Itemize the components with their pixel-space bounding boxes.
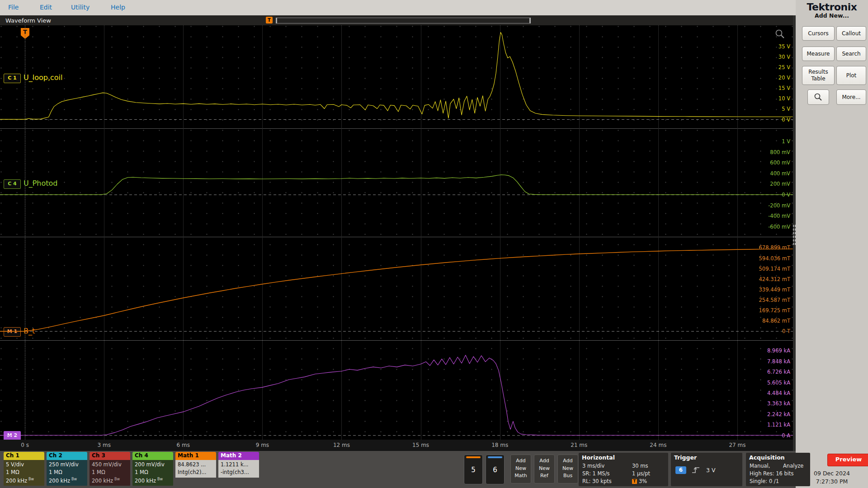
scale-label: 600 mV [770, 160, 790, 166]
scale-label: 10 V [778, 95, 790, 102]
badge-ch3-title: Ch 3 [90, 452, 130, 460]
trigger-panel[interactable]: Trigger 6 3 V [671, 453, 742, 486]
channel-5-button[interactable]: 5 [464, 455, 483, 484]
scale-label: 7.848 kA [767, 358, 790, 365]
scale-label: 15 V [778, 85, 790, 91]
tektronix-logo: Tektronix [796, 1, 868, 13]
more-button[interactable]: More... [836, 89, 866, 105]
add-new-ref-button[interactable]: Add New Ref [534, 455, 555, 483]
rising-edge-icon [691, 466, 702, 474]
scale-label: 678.899 mT [759, 244, 790, 251]
waveform-m2 [0, 341, 793, 440]
zoom-tool-button[interactable] [807, 89, 829, 105]
time-axis-label: 15 ms [412, 442, 429, 448]
plot-button[interactable]: Plot [836, 66, 866, 85]
bandwidth-icon: Bw [28, 477, 34, 481]
menu-file[interactable]: File [8, 4, 19, 11]
trigger-title: Trigger [674, 454, 697, 461]
preview-button[interactable]: Preview [827, 454, 868, 466]
badge-ch1[interactable]: Ch 1 5 V/div1 MΩ200 kHzBw [4, 452, 44, 486]
horizontal-window: 30 ms [632, 463, 648, 469]
add-new-math-button[interactable]: Add New Math [510, 455, 531, 483]
scale-label: 1.121 kA [767, 422, 790, 428]
scale-label: 25 V [778, 64, 790, 70]
scale-label: 84.862 mT [762, 318, 790, 324]
badge-ch2[interactable]: Ch 2 250 mV/div1 MΩ200 kHzBw [47, 452, 87, 486]
trigger-level: 3 V [706, 467, 715, 474]
scale-label: 5 V [782, 106, 790, 112]
scale-label: 4.484 kA [767, 390, 790, 396]
add-new-heading: Add New... [796, 12, 868, 19]
badge-ch1-title: Ch 1 [4, 452, 44, 460]
horizontal-title: Horizontal [582, 454, 615, 461]
callout-button[interactable]: Callout [836, 26, 866, 41]
badge-ch4[interactable]: Ch 4 200 mV/div1 MΩ200 kHzBw [132, 452, 173, 486]
scale-label: 3.363 kA [767, 400, 790, 407]
scale-label: 1 V [782, 138, 790, 145]
acquisition-res: High Res: 16 bits [750, 470, 793, 477]
scale-label: 0 A [782, 432, 790, 439]
add-new-bus-button[interactable]: Add New Bus [557, 455, 578, 483]
cursors-button[interactable]: Cursors [802, 26, 835, 41]
badge-math1-body: 84.8623 ...Intg(ch2)... [175, 460, 216, 478]
acquisition-minimap-window[interactable] [276, 18, 531, 23]
scale-label: 800 mV [770, 149, 790, 155]
scale-label: 400 mV [770, 170, 790, 177]
waveform-ch4 [0, 129, 793, 237]
status-time: 7:27:30 PM [796, 478, 868, 485]
time-axis-label: 21 ms [571, 442, 587, 448]
horizontal-panel[interactable]: Horizontal 3 ms/div 30 ms SR: 1 MS/s 1 µ… [579, 453, 668, 486]
menu-edit[interactable]: Edit [40, 4, 52, 11]
badge-ch1-body: 5 V/div1 MΩ200 kHzBw [4, 460, 44, 486]
waveform-display: T C 1 U_loop,coil C 4 U_Photod M 1 B_t M… [0, 25, 793, 440]
waveform-ch1 [0, 25, 793, 128]
horizontal-scale: 3 ms/div [582, 463, 604, 469]
bandwidth-icon: Bw [114, 477, 120, 481]
search-button[interactable]: Search [836, 47, 866, 61]
scale-label: 424.312 mT [759, 276, 790, 282]
scale-label: 20 V [778, 75, 790, 81]
badge-math1[interactable]: Math 1 84.8623 ...Intg(ch2)... [175, 452, 216, 486]
acquisition-mode[interactable]: Manual, [750, 463, 770, 469]
badge-math2[interactable]: Math 2 1.1211 k...-intg(ch3... [218, 452, 259, 486]
badge-ch4-body: 200 mV/div1 MΩ200 kHzBw [132, 460, 173, 486]
scale-label: 509.174 mT [759, 266, 790, 272]
badge-math1-title: Math 1 [175, 452, 216, 460]
scale-label: -200 mV [768, 202, 790, 209]
menu-utility[interactable]: Utility [71, 4, 90, 11]
badge-ch3[interactable]: Ch 3 450 mV/div1 MΩ200 kHzBw [90, 452, 130, 486]
menu-help[interactable]: Help [111, 4, 125, 11]
trigger-source-badge[interactable]: 6 [675, 466, 686, 474]
time-axis: 0 s3 ms6 ms9 ms12 ms15 ms18 ms21 ms24 ms… [0, 440, 793, 451]
sample-rate: SR: 1 MS/s [582, 470, 610, 477]
scale-label: -600 mV [768, 224, 790, 230]
time-axis-label: 3 ms [97, 442, 110, 448]
scale-label: 6.726 kA [767, 369, 790, 375]
scale-label: 35 V [778, 43, 790, 50]
bandwidth-icon: Bw [71, 477, 77, 481]
time-axis-label: 0 s [21, 442, 29, 448]
scale-label: 2.242 kA [767, 411, 790, 418]
badge-ch4-title: Ch 4 [132, 452, 173, 460]
measure-button[interactable]: Measure [802, 47, 835, 61]
scale-label: 0 V [782, 117, 790, 123]
time-axis-label: 12 ms [333, 442, 350, 448]
time-axis-label: 24 ms [650, 442, 666, 448]
bottom-settings-bar: Ch 1 5 V/div1 MΩ200 kHzBw Ch 2 250 mV/di… [0, 451, 796, 488]
time-axis-label: 18 ms [491, 442, 508, 448]
results-table-button[interactable]: Results Table [802, 66, 835, 85]
acquisition-single: Single: 0 /1 [750, 478, 779, 484]
channel-5-color-bar [466, 456, 481, 458]
scale-label: 254.587 mT [759, 297, 790, 303]
acquisition-title: Acquisition [749, 454, 785, 461]
badge-ch2-title: Ch 2 [47, 452, 87, 460]
waveform-view-bar: Waveform View T [0, 15, 793, 25]
minimap-trigger-marker[interactable]: T [266, 17, 273, 23]
record-length: RL: 30 kpts [582, 478, 612, 484]
acquisition-analyze[interactable]: Analyze [783, 463, 803, 469]
channel-6-button[interactable]: 6 [486, 455, 505, 484]
sample-resolution: 1 µs/pt [632, 470, 650, 477]
badge-ch2-body: 250 mV/div1 MΩ200 kHzBw [47, 460, 87, 486]
scale-label: 200 mV [770, 181, 790, 187]
menu-bar: File Edit Utility Help [0, 0, 796, 15]
